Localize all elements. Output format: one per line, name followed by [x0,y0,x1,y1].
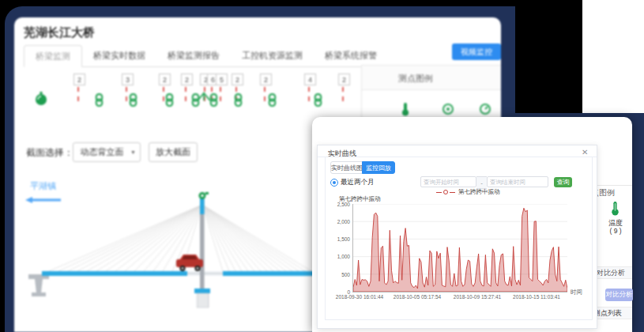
sensor-count-badge: 2 [181,74,193,85]
sensor-count-badge: 2 [73,74,85,85]
place-label: 平湖镇 [30,180,56,192]
x-tick: 2018-10-05 05:17:54 [394,294,441,300]
sensor-count-badge: 4 [304,74,316,85]
alert-dash-line [308,87,310,101]
y-tick: 1,500 [323,236,350,242]
last-two-months-radio[interactable] [330,179,338,187]
joint-sensor-icon[interactable] [233,93,243,107]
joint-sensor-icon[interactable] [128,93,138,107]
alert-dash-line [342,87,344,101]
camera-icon [443,104,454,118]
x-axis-label: 时间 [571,289,582,296]
sensor-count-badge: 2 [159,74,171,85]
joint-sensor-icon[interactable] [267,93,277,107]
y-tick: 500 [323,272,350,277]
legend-ring-icon [443,190,448,194]
compare-analysis-button[interactable]: 对比分析 [605,289,633,301]
section-select-value: 动态背立面 [73,146,130,158]
section-select[interactable]: 动态背立面 ▼ [73,142,141,162]
alert-dash-line [185,87,186,101]
sensor-count-badge: 3 [122,74,134,85]
vibration-chart[interactable] [352,204,567,292]
tab-realtime-data[interactable]: 桥梁实时数据 [82,45,156,66]
y-tick: 2,000 [323,219,350,224]
point-legend-panel: 测点图例 [361,65,501,119]
point-legend-title: 测点图例 [398,73,433,85]
front-monitor-window: 测点图例 温度 ( 9 ) 对比分析 对比分析 测点列表 实时曲线 ✕ 实时曲线… [312,117,632,332]
zoom-section-button[interactable]: 放大截面 [149,142,198,162]
car [176,255,203,271]
range-separator: - [476,176,487,189]
legend-line-icon [436,192,442,193]
y-tick: 2,500 [323,202,350,207]
tab-bridge-monitor[interactable]: 桥梁监测 [24,45,82,67]
y-tick: 1,000 [323,254,350,259]
alert-dash-line [77,87,79,101]
legend-line-icon [450,192,455,193]
background-white-panel [582,0,644,113]
chart-legend[interactable]: 第七跨跨中振动 [436,188,500,196]
query-end-time-input[interactable] [487,176,548,187]
gauge-icon [480,104,491,118]
bridge-pier [28,274,49,296]
last-two-months-label: 最近两个月 [341,178,375,187]
x-tick: 2018-10-09 15:27:41 [454,294,501,300]
tab-realtime-curve[interactable]: 实时曲线图 [330,161,363,174]
tab-monitor-report[interactable]: 桥梁监测报告 [156,45,231,66]
tower-foundation [197,293,209,307]
sensor-count-badge: 2 [232,74,243,85]
alert-dash-line [126,87,127,101]
bridge-diagram [16,192,316,319]
camera-icon [199,192,209,199]
sensor-count-badge: 2 [338,74,350,85]
tab-ipc-resource[interactable]: 工控机资源监测 [231,45,314,66]
sensor-count-badge: 2 [260,74,272,85]
thermometer-icon[interactable] [610,201,620,216]
background-black-panel [515,0,582,113]
legend-label: 第七跨跨中振动 [458,188,500,196]
joint-sensor-icon[interactable] [94,93,104,107]
temperature-count: ( 9 ) [604,227,627,235]
tab-system-alarm[interactable]: 桥梁系统报警 [314,45,388,66]
alert-dash-line [220,87,221,101]
query-button[interactable]: 查询 [554,177,572,187]
close-icon[interactable]: ✕ [582,148,588,157]
joint-sensor-icon[interactable] [209,93,219,107]
x-tick: 2018-09-30 16:01:44 [336,294,383,300]
bridge-deck-right [223,271,316,276]
x-tick: 2018-10-15 11:03:41 [513,294,560,300]
sensor-count-badge: 5 [216,74,228,85]
stopwatch-icon [35,92,47,106]
alert-dash-line [264,87,266,101]
query-start-time-input[interactable] [420,176,476,187]
chevron-down-icon: ▼ [130,149,136,155]
joint-sensor-icon[interactable] [313,93,323,107]
tab-monitor-playback[interactable]: 监控回放 [362,161,395,174]
realtime-curve-modal: 实时曲线 ✕ 实时曲线图 监控回放 最近两个月 - 查询 第七跨跨中振动 第七跨… [317,145,597,329]
bridge-deck-left [42,271,187,276]
point-list-label: 测点列表 [593,308,622,319]
page-title: 芜湖长江大桥 [24,25,95,40]
compare-section-label: 对比分析 [597,268,625,278]
main-tabbar: 桥梁监测 桥梁实时数据 桥梁监测报告 工控机资源监测 桥梁系统报警 [24,45,494,67]
section-select-label: 截面选择： [26,146,73,160]
joint-sensor-icon[interactable] [164,93,175,107]
video-monitor-button[interactable]: 视频监控 [452,43,501,60]
